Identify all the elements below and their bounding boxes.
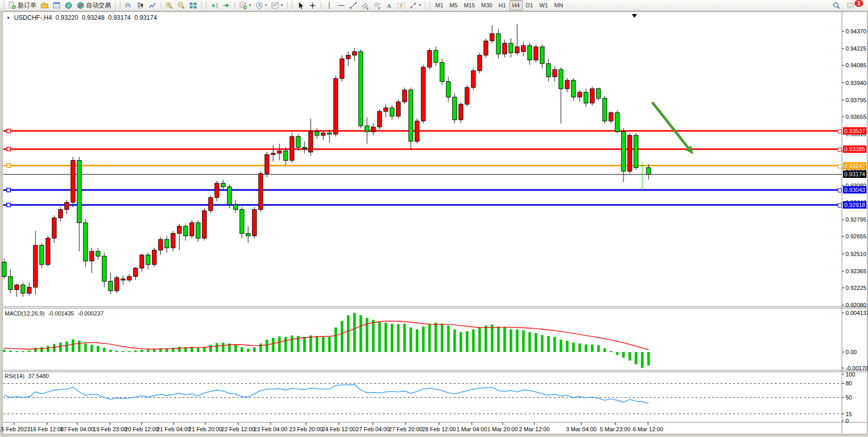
- new-order-button[interactable]: 新订单: [6, 0, 39, 10]
- macd-main-value: -0.001435: [48, 310, 74, 317]
- chart-open-value: 0.93220: [56, 14, 78, 21]
- line-anchor-handle[interactable]: [838, 203, 842, 208]
- add-indicator-button[interactable]: ▾: [237, 0, 253, 10]
- chevron-down-icon: ▾: [249, 3, 251, 7]
- auto-trading-button[interactable]: 自动交易: [75, 0, 113, 10]
- macd-signal-value: -0.000237: [78, 310, 104, 317]
- toolbar-separator: [425, 2, 425, 9]
- rsi-value: 37.5480: [28, 373, 49, 379]
- auto-trading-icon: [77, 2, 84, 9]
- toolbar-drag-handle: [205, 2, 207, 9]
- toolbar-button-label: 自动交易: [86, 1, 111, 10]
- profiles-button[interactable]: [39, 0, 51, 10]
- zoom-in-button[interactable]: [163, 0, 175, 10]
- zoom-out-button[interactable]: [175, 0, 187, 10]
- toolbar-button-label: 新订单: [18, 1, 36, 10]
- timeframe-button-m15[interactable]: M15: [461, 0, 478, 10]
- candlestick-button[interactable]: [135, 0, 146, 10]
- line-chart-button[interactable]: [146, 0, 158, 10]
- templates-icon: [271, 2, 279, 9]
- toolbar-drag-handle: [119, 2, 121, 9]
- chart-symbol-period: USDCHF-,H4: [14, 14, 52, 21]
- cursor-button[interactable]: [295, 0, 307, 10]
- periodicity-button[interactable]: ▾: [253, 0, 270, 10]
- text-button[interactable]: A: [383, 0, 395, 10]
- toolbar-separator: [287, 2, 288, 9]
- equidistant-channel-button[interactable]: E: [359, 0, 371, 10]
- toolbar-drag-handle: [291, 2, 293, 9]
- rsi-pane-label: RSI(14) 37.5480: [5, 373, 49, 379]
- trendline-icon: [349, 2, 357, 9]
- bar-chart-icon: [125, 2, 132, 9]
- templates-button[interactable]: ▾: [269, 0, 285, 10]
- macd-label: MACD(12,26,9): [5, 310, 44, 317]
- chart-shift-button[interactable]: [209, 0, 221, 10]
- line-anchor-handle[interactable]: [838, 129, 842, 133]
- tile-windows-button[interactable]: [187, 0, 199, 10]
- crosshair-icon: [309, 2, 316, 9]
- timeframe-button-mn[interactable]: MN: [551, 0, 566, 10]
- timeframe-button-h4[interactable]: H4: [509, 0, 523, 10]
- candlestick-icon: [137, 2, 144, 9]
- equidistant-channel-icon: E: [361, 2, 369, 9]
- line-anchor-handle[interactable]: [838, 148, 842, 152]
- svg-text:T: T: [399, 3, 402, 8]
- chart-close-value: 0.93174: [135, 14, 157, 21]
- text-icon: A: [385, 2, 393, 9]
- text-label-button[interactable]: T: [395, 0, 407, 10]
- horizontal-line-button[interactable]: [335, 0, 347, 10]
- line-price-label: 0.92918: [843, 201, 866, 209]
- chevron-down-icon: ▾: [265, 3, 267, 7]
- vertical-line-button[interactable]: [323, 0, 335, 10]
- market-watch-button[interactable]: [51, 0, 63, 10]
- toolbar-separator: [321, 2, 321, 9]
- current-price-label: 0.93174: [843, 171, 866, 178]
- tile-windows-icon: [189, 2, 197, 9]
- timeframe-button-d1[interactable]: D1: [523, 0, 536, 10]
- toolbar-right-cluster: 1: [830, 0, 866, 10]
- navigator-button[interactable]: [63, 0, 75, 10]
- toolbar-separator: [235, 2, 235, 9]
- chart-title-bar: ▼ USDCHF-,H4 0.93220 0.93248 0.93174 0.9…: [6, 14, 157, 21]
- fibonacci-icon: F: [373, 2, 381, 9]
- timeframe-button-m5[interactable]: M5: [446, 0, 460, 10]
- chat-icon: [847, 2, 854, 9]
- zoom-out-icon: [177, 2, 185, 9]
- arrows-icon: [409, 2, 417, 9]
- trendline-button[interactable]: [347, 0, 359, 10]
- vertical-line-icon: [325, 2, 333, 9]
- zoom-in-icon: [165, 2, 173, 9]
- arrows-button[interactable]: ▾: [407, 0, 423, 10]
- line-anchor-handle[interactable]: [838, 188, 842, 192]
- toolbar-drag-handle: [429, 2, 431, 9]
- search-icon: [833, 2, 840, 9]
- timeframe-button-m30[interactable]: M30: [478, 0, 495, 10]
- fibonacci-button[interactable]: F: [371, 0, 383, 10]
- timeframe-button-h1[interactable]: H1: [495, 0, 509, 10]
- main-toolbar: 新订单自动交易▾▾▾EFAT▾M1M5M15M30H1H4D1W1MN1: [0, 0, 868, 11]
- chart-high-value: 0.93248: [82, 14, 104, 21]
- periodicity-icon: [255, 2, 263, 9]
- search-button[interactable]: [830, 0, 842, 10]
- timeframe-button-w1[interactable]: W1: [536, 0, 552, 10]
- bar-chart-button[interactable]: [123, 0, 135, 10]
- line-price-label: 0.93043: [843, 186, 866, 193]
- svg-text:E: E: [366, 6, 368, 9]
- toolbar-separator: [201, 2, 202, 9]
- toolbar-separator: [115, 2, 116, 9]
- timeframe-button-m1[interactable]: M1: [432, 0, 446, 10]
- auto-scroll-button[interactable]: [221, 0, 233, 10]
- market-watch-icon: [53, 2, 60, 9]
- chart-low-value: 0.93174: [108, 14, 130, 21]
- chevron-down-icon: ▾: [281, 3, 283, 7]
- chart-window[interactable]: [2, 11, 867, 434]
- navigator-icon: [65, 2, 72, 9]
- horizontal-line-icon: [337, 2, 345, 9]
- chart-menu-icon[interactable]: ▼: [6, 16, 10, 20]
- toolbar-drag-handle: [3, 2, 5, 9]
- profiles-icon: [41, 2, 48, 9]
- crosshair-button[interactable]: [307, 0, 319, 10]
- rsi-label: RSI(14): [5, 373, 25, 379]
- text-label-icon: T: [397, 2, 405, 9]
- line-anchor-handle[interactable]: [838, 164, 842, 168]
